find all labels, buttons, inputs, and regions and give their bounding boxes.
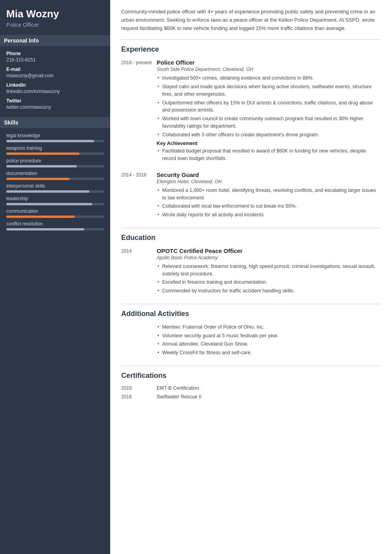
skill-bar-bg bbox=[6, 178, 104, 180]
main-content: Community-minded police officer with 4+ … bbox=[110, 0, 392, 554]
skill-name: interpersonal skills bbox=[6, 183, 104, 189]
education-entry: 2014 OPOTC Certified Peace Officer Apoll… bbox=[121, 247, 381, 296]
experience-entry: 2014 - 2016 Security Guard Elkington Hot… bbox=[121, 171, 381, 220]
entry-org: South Side Police Department, Cleveland,… bbox=[157, 67, 381, 72]
bullet-item: Weekly CrossFit for fitness and self-car… bbox=[157, 349, 381, 357]
skill-item: leadership bbox=[6, 196, 104, 205]
skill-bar-bg bbox=[6, 228, 104, 231]
date-col bbox=[121, 323, 157, 358]
bullet-item: Collaborated with 3 other officers to cr… bbox=[157, 131, 381, 139]
skill-item: documentation bbox=[6, 171, 104, 180]
cert-name: Swiftwater Rescue II bbox=[157, 394, 202, 400]
skill-name: documentation bbox=[6, 171, 104, 176]
skill-name: leadership bbox=[6, 196, 104, 201]
entry-title: Security Guard bbox=[157, 171, 381, 178]
job-title: Police Officer bbox=[6, 22, 104, 28]
cert-year: 2019 bbox=[121, 385, 157, 391]
skill-item: legal knowledge bbox=[6, 133, 104, 142]
content-col: Police Officer South Side Police Departm… bbox=[157, 59, 381, 164]
bullet-item: Wrote daily reports for all activity and… bbox=[157, 211, 381, 219]
bullet-item: Worked with town council to create commu… bbox=[157, 115, 381, 130]
bullet-item: Relevant coursework: firearms training, … bbox=[157, 263, 381, 278]
skill-name: conflict resolution bbox=[6, 221, 104, 227]
entry-title: OPOTC Certified Peace Officer bbox=[157, 247, 381, 254]
bullet-list: Monitored a 1,000+ room hotel, identifyi… bbox=[157, 187, 381, 219]
content-col: Member, Fraternal Order of Police of Ohi… bbox=[157, 323, 381, 358]
skill-bar-fill bbox=[6, 203, 92, 205]
candidate-name: Mia Wozny bbox=[6, 8, 104, 20]
phone-value: 216-315-8251 bbox=[6, 57, 104, 63]
skill-bar-fill bbox=[6, 152, 80, 155]
bullet-item: Annual attendee, Cleveland Gun Show. bbox=[157, 340, 381, 348]
skill-bar-bg bbox=[6, 152, 104, 155]
additional-container: Member, Fraternal Order of Police of Ohi… bbox=[121, 323, 381, 358]
skill-name: police procedure bbox=[6, 158, 104, 164]
certifications-section-title: Certifications bbox=[121, 372, 381, 380]
content-col: Security Guard Elkington Hotel, Clevelan… bbox=[157, 171, 381, 220]
entry-org: Elkington Hotel, Cleveland, OH bbox=[157, 179, 381, 184]
skill-bar-fill bbox=[6, 190, 89, 193]
phone-label: Phone bbox=[6, 51, 104, 56]
skill-item: conflict resolution bbox=[6, 221, 104, 231]
skill-bar-fill bbox=[6, 216, 75, 218]
entry-org: Apollo Basic Police Academy bbox=[157, 255, 381, 260]
skill-item: weapons training bbox=[6, 145, 104, 155]
bullet-item: Excelled in firearms training and docume… bbox=[157, 279, 381, 286]
skill-name: legal knowledge bbox=[6, 133, 104, 138]
bullet-item: Volunteer security guard at 5 music fest… bbox=[157, 332, 381, 340]
sidebar: Mia Wozny Police Officer Personal Info P… bbox=[0, 0, 110, 554]
cert-year: 2018 bbox=[121, 394, 157, 400]
skills-section: Skills legal knowledge weapons training … bbox=[6, 117, 104, 231]
key-achievement-list: Facilitated budget proposal that resulte… bbox=[157, 147, 381, 162]
skill-bar-fill bbox=[6, 228, 84, 231]
education-section-title: Education bbox=[121, 234, 381, 242]
bullet-list: Investigated 500+ crimes, obtaining evid… bbox=[157, 74, 381, 138]
skills-title: Skills bbox=[0, 117, 110, 128]
linkedin-label: LinkedIn bbox=[6, 82, 104, 88]
skill-bar-fill bbox=[6, 165, 77, 167]
bullet-item: Outperformed other officers by 15% in DU… bbox=[157, 99, 381, 114]
additional-entry: Member, Fraternal Order of Police of Ohi… bbox=[121, 323, 381, 358]
bullet-item: Investigated 500+ crimes, obtaining evid… bbox=[157, 74, 381, 82]
cert-name: EMT-B Certification bbox=[157, 385, 199, 391]
date-col: 2016 - present bbox=[121, 59, 157, 164]
twitter-value: twitter.com/miawozny bbox=[6, 104, 104, 110]
skill-bar-bg bbox=[6, 216, 104, 218]
email-value: miawozny@gmail.com bbox=[6, 73, 104, 78]
skill-bar-fill bbox=[6, 178, 70, 180]
skills-container: legal knowledge weapons training police … bbox=[6, 133, 104, 231]
additional-bullet-list: Member, Fraternal Order of Police of Ohi… bbox=[157, 323, 381, 357]
entry-title: Police Officer bbox=[157, 59, 381, 66]
certifications-container: 2019 EMT-B Certification 2018 Swiftwater… bbox=[121, 385, 381, 400]
skill-item: interpersonal skills bbox=[6, 183, 104, 193]
skill-bar-bg bbox=[6, 140, 104, 142]
date-col: 2014 bbox=[121, 247, 157, 296]
summary: Community-minded police officer with 4+ … bbox=[121, 8, 381, 32]
bullet-item: Facilitated budget proposal that resulte… bbox=[157, 147, 381, 162]
education-container: 2014 OPOTC Certified Peace Officer Apoll… bbox=[121, 247, 381, 296]
email-label: E-mail bbox=[6, 67, 104, 72]
bullet-item: Commended by instructors for traffic acc… bbox=[157, 287, 381, 295]
skill-bar-bg bbox=[6, 203, 104, 205]
content-col: OPOTC Certified Peace Officer Apollo Bas… bbox=[157, 247, 381, 296]
skill-item: police procedure bbox=[6, 158, 104, 167]
twitter-label: Twitter bbox=[6, 98, 104, 104]
bullet-item: Member, Fraternal Order of Police of Ohi… bbox=[157, 323, 381, 331]
certification-row: 2018 Swiftwater Rescue II bbox=[121, 394, 381, 400]
skill-bar-fill bbox=[6, 140, 94, 142]
experience-container: 2016 - present Police Officer South Side… bbox=[121, 59, 381, 220]
skill-name: weapons training bbox=[6, 145, 104, 151]
skill-bar-bg bbox=[6, 190, 104, 193]
skill-bar-bg bbox=[6, 165, 104, 167]
linkedin-value: linkedin.com/in/miawozny bbox=[6, 89, 104, 94]
certification-row: 2019 EMT-B Certification bbox=[121, 385, 381, 391]
experience-entry: 2016 - present Police Officer South Side… bbox=[121, 59, 381, 164]
skill-item: communication bbox=[6, 208, 104, 218]
bullet-item: Collaborated with local law enforcement … bbox=[157, 203, 381, 210]
personal-info-title: Personal Info bbox=[0, 35, 110, 46]
bullet-item: Stayed calm and made quick decisions whe… bbox=[157, 83, 381, 98]
personal-info-section: Personal Info Phone 216-315-8251 E-mail … bbox=[6, 35, 104, 110]
experience-section-title: Experience bbox=[121, 45, 381, 54]
date-col: 2014 - 2016 bbox=[121, 171, 157, 220]
additional-section-title: Additional Activities bbox=[121, 310, 381, 318]
